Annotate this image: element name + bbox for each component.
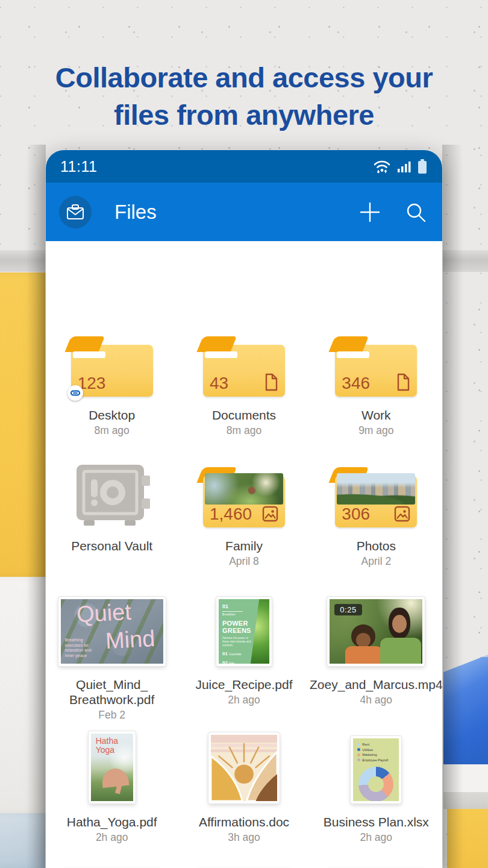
wifi-icon bbox=[372, 159, 392, 174]
file-tile-juice-recipe[interactable]: 01 Breakfast POWER GREENS Harness the po… bbox=[178, 594, 310, 722]
folder-icon: 306 bbox=[335, 466, 417, 527]
folder-name: Personal Vault bbox=[71, 538, 152, 553]
file-time: 2h ago bbox=[228, 694, 260, 706]
folder-time: April 8 bbox=[229, 555, 259, 568]
file-tile-business-plan[interactable]: Rent Utilities Marketing Employee Payrol… bbox=[310, 731, 442, 844]
phone-shadow-right bbox=[442, 145, 463, 868]
link-icon bbox=[69, 387, 81, 399]
briefcase-icon bbox=[66, 203, 85, 221]
legend-dot bbox=[357, 758, 360, 761]
folder-tile-desktop[interactable]: 123 Desktop 8m ago bbox=[46, 333, 178, 437]
folder-time: 8m ago bbox=[94, 424, 129, 437]
spreadsheet-thumbnail: Rent Utilities Marketing Employee Payrol… bbox=[351, 736, 401, 804]
thumbnail-text: Harness the power of these vital mineral… bbox=[222, 637, 251, 647]
phone-mockup: 11:11 bbox=[46, 150, 442, 868]
document-icon bbox=[264, 373, 278, 391]
folder-time: 8m ago bbox=[227, 424, 261, 437]
legend-label: Rent bbox=[362, 743, 369, 746]
thumbnail-text: Breakfast bbox=[222, 613, 266, 616]
legend-dot bbox=[357, 743, 360, 746]
folder-photo-preview bbox=[337, 473, 415, 505]
battery-icon bbox=[417, 158, 428, 175]
file-name: Hatha_Yoga.pdf bbox=[67, 814, 157, 829]
folder-time: April 2 bbox=[361, 555, 392, 568]
legend-dot bbox=[357, 748, 360, 751]
folder-item-count: 346 bbox=[342, 374, 370, 393]
file-thumbnail: 01 Breakfast POWER GREENS Harness the po… bbox=[216, 597, 272, 666]
shared-link-badge bbox=[67, 385, 83, 401]
folder-name: Documents bbox=[212, 407, 276, 423]
thumbnail-text: 01 bbox=[222, 603, 266, 609]
search-button[interactable] bbox=[402, 199, 429, 225]
file-time: 3h ago bbox=[228, 831, 260, 844]
file-time: Feb 2 bbox=[98, 709, 125, 722]
legend-dot bbox=[357, 753, 360, 756]
account-avatar[interactable] bbox=[59, 196, 92, 228]
app-bar: Files bbox=[46, 183, 442, 241]
folder-icon: 123 bbox=[71, 335, 153, 397]
folder-item-count: 306 bbox=[342, 505, 370, 524]
headline-line1: Collaborate and access your bbox=[0, 59, 488, 96]
folder-tile-work[interactable]: 346 Work 9m ago bbox=[310, 333, 442, 437]
folder-icon: 346 bbox=[335, 335, 417, 397]
image-icon bbox=[394, 506, 410, 522]
thumbnail-text: Breathing exercises for relaxation and i… bbox=[65, 638, 98, 658]
file-time: 4h ago bbox=[360, 694, 393, 706]
folder-item-count: 43 bbox=[210, 374, 228, 393]
legend-label: Marketing bbox=[362, 753, 377, 756]
status-bar: 11:11 bbox=[46, 150, 442, 183]
folder-name: Photos bbox=[357, 538, 396, 553]
folder-item-count: 1,460 bbox=[210, 505, 252, 524]
file-tile-affirmations[interactable]: Affirmations.doc 3h ago bbox=[178, 731, 310, 844]
folder-name: Family bbox=[225, 538, 263, 553]
video-duration-badge: 0:25 bbox=[334, 604, 361, 615]
document-icon bbox=[396, 373, 410, 391]
legend-label: Utilities bbox=[362, 748, 373, 752]
file-grid: 123 Desktop 8m ago bbox=[46, 241, 442, 868]
phone-shadow-left bbox=[27, 145, 46, 868]
file-thumbnail bbox=[208, 732, 280, 804]
folder-name: Desktop bbox=[89, 407, 135, 423]
folder-tile-personal-vault[interactable]: Personal Vault bbox=[46, 464, 178, 568]
thumbnail-text: Mind bbox=[105, 626, 156, 654]
signal-icon bbox=[397, 159, 411, 174]
legend-label: Employee Payroll bbox=[362, 758, 388, 762]
add-button[interactable] bbox=[357, 199, 383, 225]
file-thumbnail: Hatha Yoga bbox=[89, 731, 136, 804]
folder-icon: 1,460 bbox=[203, 466, 285, 527]
page-title: Collaborate and access your files from a… bbox=[0, 59, 488, 134]
file-name: Affirmations.doc bbox=[199, 814, 289, 829]
image-icon bbox=[262, 506, 278, 522]
folder-tile-family[interactable]: 1,460 Family April 8 bbox=[178, 464, 310, 568]
folder-tile-photos[interactable]: 306 Photos April 2 bbox=[310, 464, 442, 568]
file-name: Business Plan.xlsx bbox=[324, 814, 429, 829]
file-time: 2h ago bbox=[96, 831, 128, 844]
file-name: Zoey_and_Marcus.mp4 bbox=[310, 677, 442, 692]
headline-line2: files from anywhere bbox=[0, 96, 488, 134]
file-name: Juice_Recipe.pdf bbox=[195, 677, 292, 692]
file-thumbnail: Quiet Mind Breathing exercises for relax… bbox=[58, 597, 166, 666]
thumbnail-text: Quiet bbox=[76, 599, 132, 627]
folder-time: 9m ago bbox=[358, 424, 393, 437]
plus-icon bbox=[358, 201, 381, 224]
folder-tile-documents[interactable]: 43 Documents 8m ago bbox=[178, 333, 310, 437]
file-tile-hatha-yoga[interactable]: Hatha Yoga Hatha_Yoga.pdf 2h ago bbox=[46, 731, 178, 844]
video-thumbnail: 0:25 bbox=[327, 597, 425, 666]
status-time: 11:11 bbox=[60, 158, 97, 175]
folder-name: Work bbox=[361, 407, 391, 423]
vault-icon bbox=[72, 465, 152, 527]
file-tile-zoey-video[interactable]: 0:25 Zoey_and_Marcus.mp4 4h ago bbox=[310, 594, 442, 722]
file-tile-quiet-mind[interactable]: Quiet Mind Breathing exercises for relax… bbox=[46, 594, 178, 722]
folder-photo-preview bbox=[205, 473, 283, 505]
donut-chart bbox=[358, 767, 393, 802]
file-time: 2h ago bbox=[360, 831, 393, 844]
folder-icon: 43 bbox=[203, 335, 285, 397]
boho-sun-art bbox=[211, 735, 277, 801]
file-name: Quiet_Mind_ Breathwork.pdf bbox=[69, 677, 154, 707]
screen-title: Files bbox=[114, 201, 157, 224]
search-icon bbox=[404, 201, 427, 224]
